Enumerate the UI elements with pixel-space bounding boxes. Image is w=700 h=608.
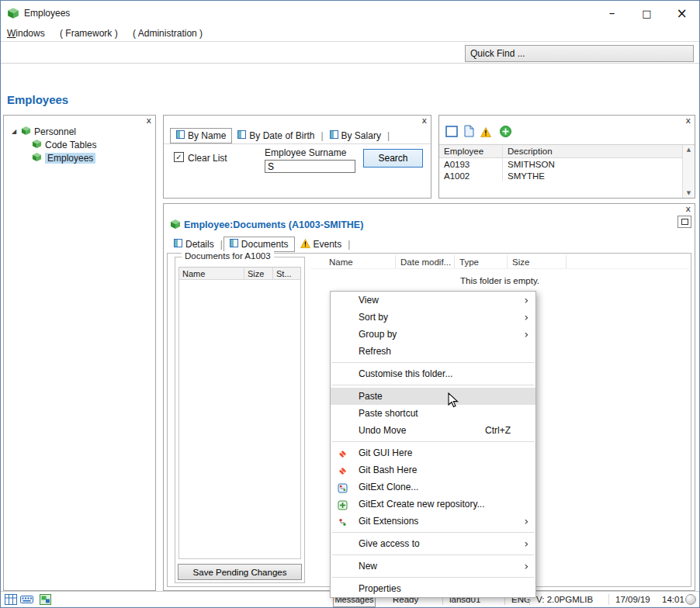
- maximize-button[interactable]: □: [629, 1, 664, 26]
- column-header-status[interactable]: St...: [273, 268, 300, 279]
- status-version: V: 2.0PGMLIB: [536, 595, 593, 604]
- column-header-size[interactable]: Size: [244, 268, 273, 279]
- context-menu-item-properties[interactable]: Properties: [331, 580, 535, 597]
- tab-separator: |: [387, 130, 390, 141]
- column-header-size[interactable]: Size: [508, 255, 567, 268]
- column-header-description[interactable]: Description: [503, 145, 682, 157]
- context-menu-item-give-access[interactable]: Give access to›: [331, 535, 535, 552]
- menu-windows[interactable]: Windows: [7, 26, 45, 41]
- scroll-up-icon[interactable]: ▲: [683, 147, 695, 153]
- surname-label: Employee Surname: [265, 147, 346, 158]
- menu-item-label: New: [359, 561, 377, 572]
- expand-arrow-icon[interactable]: ◢: [10, 128, 18, 135]
- menu-item-label: Customise this folder...: [359, 368, 452, 379]
- context-menu-item-undo-move[interactable]: Undo MoveCtrl+Z: [331, 422, 535, 439]
- results-panel: x Employee Description A0193 SMITHSON A1…: [438, 115, 695, 199]
- context-menu-item-git-gui[interactable]: Git GUI Here: [331, 444, 535, 461]
- cell-employee: A0193: [439, 158, 503, 170]
- keyboard-icon[interactable]: [20, 594, 33, 606]
- menu-item-label: Refresh: [359, 346, 391, 357]
- panel-close-icon[interactable]: x: [421, 116, 427, 125]
- submenu-arrow-icon: ›: [524, 513, 528, 530]
- menu-separator: [332, 532, 534, 533]
- menu-administration[interactable]: ( Administration ): [133, 26, 203, 41]
- groupbox-legend: Documents for A1003: [182, 251, 274, 261]
- warning-icon: [300, 239, 310, 250]
- empty-folder-text: This folder is empty.: [310, 276, 689, 285]
- tree-item-label-selected: Employees: [45, 153, 95, 164]
- submenu-arrow-icon: ›: [524, 292, 528, 309]
- context-menu-item-gitext-clone[interactable]: GitExt Clone...: [331, 478, 535, 496]
- file-list-header: Name Date modif... Type Size: [310, 255, 689, 269]
- column-header-date-modified[interactable]: Date modif...: [396, 255, 455, 268]
- surname-input[interactable]: [265, 160, 355, 173]
- tab-documents[interactable]: Documents: [224, 237, 295, 252]
- clear-list-checkbox[interactable]: ✓: [174, 152, 184, 162]
- context-menu-item-sort-by[interactable]: Sort by›: [331, 309, 535, 326]
- tree-item-label: Personnel: [34, 126, 76, 137]
- submenu-arrow-icon: ›: [524, 309, 528, 326]
- context-menu-item-paste-shortcut[interactable]: Paste shortcut: [331, 405, 535, 422]
- tree-item-personnel[interactable]: ◢ Personnel: [4, 125, 155, 138]
- document-icon[interactable]: [464, 125, 474, 140]
- context-menu-item-gitext-create-repo[interactable]: GitExt Create new repository...: [331, 496, 535, 513]
- column-header-employee[interactable]: Employee: [439, 145, 503, 157]
- status-separator: [608, 594, 609, 605]
- context-menu-item-refresh[interactable]: Refresh: [331, 343, 535, 360]
- context-menu-item-customise[interactable]: Customise this folder...: [331, 365, 535, 382]
- context-menu-item-new[interactable]: New›: [331, 558, 535, 575]
- menu-separator: [332, 577, 534, 578]
- panel-close-icon[interactable]: x: [685, 116, 691, 125]
- menu-item-label: View: [359, 295, 379, 306]
- app-small-icon[interactable]: [40, 594, 51, 606]
- tab-by-date-of-birth[interactable]: By Date of Birth: [232, 128, 320, 143]
- result-row[interactable]: A1002 SMYTHE: [439, 170, 682, 181]
- tab-by-salary[interactable]: By Salary: [324, 128, 386, 143]
- menu-item-label: Paste: [359, 391, 383, 402]
- search-button[interactable]: Search: [363, 149, 423, 168]
- documents-groupbox: Documents for A1003 Name Size St... Save…: [175, 257, 305, 583]
- warning-icon[interactable]: [480, 127, 491, 140]
- menu-framework[interactable]: ( Framework ): [60, 26, 118, 41]
- tree-item-employees[interactable]: Employees: [4, 151, 155, 164]
- context-menu-item-group-by[interactable]: Group by›: [331, 326, 535, 343]
- titlebar: Employees – □ ×: [1, 1, 699, 26]
- minimize-button[interactable]: –: [594, 1, 629, 26]
- result-row[interactable]: A0193 SMITHSON: [439, 158, 682, 170]
- search-panel: x By Name By Date of Birth | By Salary |…: [163, 115, 431, 199]
- panel-close-icon[interactable]: x: [685, 205, 691, 213]
- context-menu-item-git-bash[interactable]: Git Bash Here: [331, 461, 535, 478]
- menu-item-label: GitExt Clone...: [359, 482, 418, 492]
- close-button[interactable]: ×: [664, 1, 699, 26]
- tab-details[interactable]: Details: [168, 237, 220, 252]
- context-menu-item-paste[interactable]: Paste: [331, 388, 535, 405]
- scroll-down-icon[interactable]: ▼: [683, 190, 695, 196]
- restore-button[interactable]: [677, 216, 691, 228]
- details-view-icon[interactable]: [445, 126, 458, 140]
- column-header-name[interactable]: Name: [179, 268, 244, 279]
- context-menu-item-view[interactable]: View›: [331, 292, 535, 309]
- restore-icon: [681, 219, 688, 225]
- tab-by-name[interactable]: By Name: [170, 128, 232, 143]
- menu-item-label: Sort by: [359, 312, 388, 323]
- clear-list-label: Clear List: [188, 153, 227, 164]
- cell-description: SMITHSON: [503, 158, 682, 170]
- column-header-name[interactable]: Name: [310, 255, 396, 268]
- save-pending-changes-button[interactable]: Save Pending Changes: [178, 564, 302, 580]
- quick-find-button[interactable]: Quick Find ...: [465, 45, 694, 62]
- tab-label: By Date of Birth: [249, 130, 314, 141]
- minimize-icon: –: [609, 6, 615, 20]
- grid-header: Employee Description: [439, 145, 682, 158]
- tree-item-code-tables[interactable]: Code Tables: [4, 138, 155, 151]
- add-icon[interactable]: [500, 126, 511, 140]
- tab-events[interactable]: Events: [295, 237, 348, 252]
- documents-panel-title: Employee:Documents (A1003-SMITHE): [184, 219, 363, 230]
- vertical-scrollbar[interactable]: ▲ ▼: [682, 145, 695, 198]
- tree-item-label: Code Tables: [45, 140, 97, 150]
- grid-view-icon[interactable]: [5, 594, 17, 606]
- column-header-type[interactable]: Type: [455, 255, 508, 268]
- panel-close-icon[interactable]: x: [146, 116, 151, 125]
- context-menu-item-git-extensions[interactable]: Git Extensions›: [331, 513, 535, 530]
- tab-separator: |: [348, 239, 350, 250]
- close-icon: ×: [676, 5, 687, 21]
